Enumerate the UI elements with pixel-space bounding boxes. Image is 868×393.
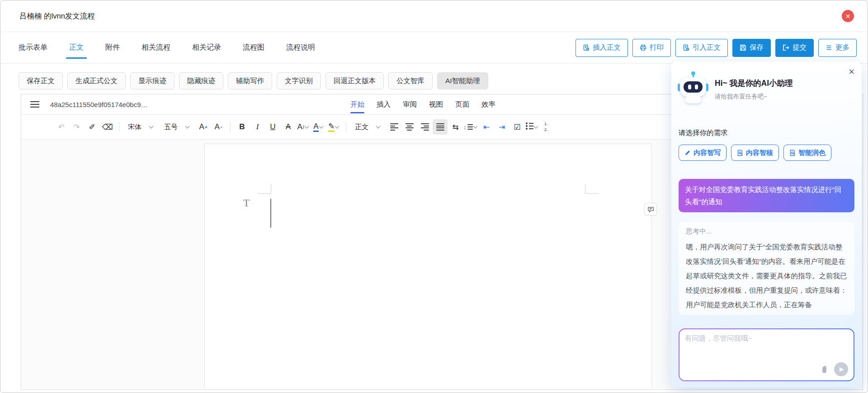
header-actions: 插入正文 打印 引入正文 保存 提交 更多 xyxy=(576,39,857,57)
ai-response-bubble: 思考中... 嗯，用户再次询问了关于“全国党委教育实践活动整改落实情况‘回头看’… xyxy=(679,222,854,315)
ai-assistant-panel: × Hi~ 我是你的AI小助理 请给我布置任务吧~ 请选择你的需求 内容智写 内… xyxy=(671,61,862,388)
submit-button[interactable]: 提交 xyxy=(775,39,814,57)
tab-flow-chart[interactable]: 流程图 xyxy=(243,43,264,52)
bullet-list-icon[interactable] xyxy=(525,119,540,135)
needs-buttons: 内容智写 内容智核 智能润色 xyxy=(679,145,854,161)
indent-icon[interactable]: ⇥ xyxy=(495,119,509,135)
tab-body-text[interactable]: 正文 xyxy=(69,43,84,52)
window-title: 吕楠楠 的lvnn发文流程 xyxy=(19,11,95,21)
document-search-icon xyxy=(789,150,796,156)
editor-tab-page[interactable]: 页面 xyxy=(455,100,469,109)
document-plus-icon xyxy=(683,44,689,51)
tab-related-records[interactable]: 相关记录 xyxy=(192,43,221,52)
window-close-button[interactable]: ✕ xyxy=(842,10,854,22)
comment-icon xyxy=(647,206,654,213)
rollback-version-button[interactable]: 回退正文版本 xyxy=(326,72,384,89)
smart-write-button[interactable]: 内容智写 xyxy=(679,145,726,161)
smart-polish-button[interactable]: 智能润色 xyxy=(783,145,831,161)
ai-assistant-button[interactable]: AI智能助理 xyxy=(437,72,488,89)
chevron-down-icon xyxy=(149,124,154,129)
panel-header: Hi~ 我是你的AI小助理 请给我布置任务吧~ xyxy=(679,71,854,104)
paperclip-icon[interactable] xyxy=(821,365,828,374)
save-icon xyxy=(740,44,746,51)
comment-button[interactable] xyxy=(644,203,657,215)
generate-official-doc-button[interactable]: 生成正式公文 xyxy=(67,72,126,89)
chat-input-box xyxy=(679,329,854,380)
highlight-icon[interactable]: ✎ xyxy=(327,119,342,135)
chevron-down-icon xyxy=(376,124,381,129)
panel-close-icon[interactable]: × xyxy=(849,67,854,77)
text-cursor xyxy=(270,199,271,228)
line-spacing-icon[interactable]: ↕ xyxy=(463,119,479,135)
printer-icon xyxy=(640,44,646,51)
font-color-icon[interactable]: A xyxy=(311,119,326,135)
title-bar: 吕楠楠 的lvnn发文流程 ✕ xyxy=(0,0,868,32)
document-search-icon xyxy=(737,150,743,156)
task-list-icon[interactable]: ☑ xyxy=(510,119,525,135)
toolbar-divider xyxy=(346,122,346,132)
paragraph-style-select[interactable]: 正文 xyxy=(350,119,386,135)
doc-library-button[interactable]: 公文智库 xyxy=(388,72,433,89)
increase-font-icon[interactable]: A+ xyxy=(196,119,211,135)
strikethrough-icon[interactable]: A xyxy=(281,119,296,135)
outdent-icon[interactable]: ⇤ xyxy=(479,119,494,135)
import-body-button[interactable]: 引入正文 xyxy=(675,39,728,57)
editor-tab-review[interactable]: 审阅 xyxy=(403,100,417,109)
show-marks-button[interactable]: 显示痕迹 xyxy=(130,72,175,89)
undo-icon[interactable]: ↶ xyxy=(54,119,69,135)
ocr-button[interactable]: 文字识别 xyxy=(277,72,321,89)
editor-tab-view[interactable]: 视图 xyxy=(429,100,443,109)
document-page[interactable]: T xyxy=(204,144,652,388)
robot-avatar xyxy=(679,71,708,104)
greeting-block: Hi~ 我是你的AI小助理 请给我布置任务吧~ xyxy=(715,71,793,104)
text-effects-icon[interactable]: Ai xyxy=(296,119,311,135)
more-button[interactable]: 更多 xyxy=(818,39,857,57)
bold-icon[interactable]: B xyxy=(235,119,250,135)
editor-tab-efficiency[interactable]: 效率 xyxy=(481,100,495,109)
margin-corner-mark-right xyxy=(585,184,599,194)
smart-review-button[interactable]: 内容智核 xyxy=(731,145,779,161)
redo-icon[interactable]: ↷ xyxy=(69,119,84,135)
toolbar-divider xyxy=(230,122,231,132)
save-button[interactable]: 保存 xyxy=(732,39,771,57)
document-id: 48a25c111550e9f05174e0bc9… xyxy=(50,101,147,108)
underline-icon[interactable]: U xyxy=(265,119,280,135)
format-painter-icon[interactable]: ✐ xyxy=(85,119,99,135)
page-text: T xyxy=(243,197,250,209)
font-family-select[interactable]: 宋体 xyxy=(123,119,159,135)
tab-attachments[interactable]: 附件 xyxy=(105,43,120,52)
align-left-icon[interactable] xyxy=(387,119,401,135)
tab-flow-description[interactable]: 流程说明 xyxy=(286,43,315,52)
chat-input[interactable] xyxy=(685,334,848,364)
close-icon: ✕ xyxy=(845,13,851,20)
font-size-select[interactable]: 五号 xyxy=(160,119,195,135)
ai-response-text: 嗯，用户再次询问了关于“全国党委教育实践活动整改落实情况‘回头看’通知”的内容。… xyxy=(686,240,847,312)
editor-menu-tabs: 开始 插入 审阅 视图 页面 效率 xyxy=(350,94,495,114)
align-justify-icon[interactable] xyxy=(433,119,448,135)
chevron-down-icon xyxy=(534,124,538,129)
tab-related-flows[interactable]: 相关流程 xyxy=(142,43,170,52)
decrease-font-icon[interactable]: A− xyxy=(211,119,226,135)
align-right-icon[interactable] xyxy=(417,119,432,135)
numbered-list-icon[interactable]: 1.2. xyxy=(541,119,556,135)
clear-format-icon[interactable]: ⌫ xyxy=(100,119,115,135)
distribute-icon[interactable]: ⇆ xyxy=(448,119,463,135)
chevron-down-icon xyxy=(304,124,309,129)
editor-tab-insert[interactable]: 插入 xyxy=(377,100,391,109)
save-body-button[interactable]: 保存正文 xyxy=(19,72,63,89)
chat-input-container xyxy=(679,328,854,381)
hide-marks-button[interactable]: 隐藏痕迹 xyxy=(179,72,223,89)
chevron-down-icon xyxy=(185,124,190,129)
italic-icon[interactable]: I xyxy=(250,119,265,135)
insert-body-button[interactable]: 插入正文 xyxy=(576,39,628,57)
document-plus-icon xyxy=(583,44,590,51)
align-center-icon[interactable] xyxy=(402,119,417,135)
send-button[interactable] xyxy=(834,362,848,376)
pencil-icon xyxy=(684,150,691,156)
menu-hamburger-icon[interactable] xyxy=(30,99,39,109)
tab-approval-form[interactable]: 批示表单 xyxy=(19,43,47,52)
assist-writing-button[interactable]: 辅助写作 xyxy=(228,72,272,89)
thinking-status: 思考中... xyxy=(686,227,847,236)
print-button[interactable]: 打印 xyxy=(632,39,671,57)
editor-tab-home[interactable]: 开始 xyxy=(350,100,364,109)
